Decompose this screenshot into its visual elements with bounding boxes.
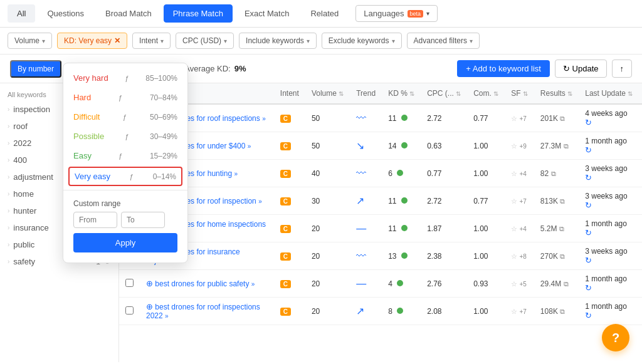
- update-button[interactable]: ↻ Update: [555, 60, 607, 78]
- table-row: ⊕ best drones for insurance adjusters » …: [119, 242, 642, 270]
- refresh-icon[interactable]: ↻: [585, 173, 592, 182]
- apply-button[interactable]: Apply: [73, 233, 177, 252]
- kd-to-input[interactable]: [121, 212, 165, 228]
- refresh-icon[interactable]: ↻: [585, 311, 592, 320]
- table-row: ⊕ best drones for roof inspections » C 5…: [119, 104, 642, 132]
- cpc-cell: 0.63: [421, 132, 467, 160]
- expand-icon[interactable]: »: [258, 198, 262, 205]
- table-area: Keyword ⇅ Intent Volume ⇅ Trend KD % ⇅ C…: [119, 83, 642, 362]
- include-keywords-filter[interactable]: Include keywords ▾: [239, 33, 317, 49]
- volume-cell: 40: [305, 160, 350, 187]
- results-cell: 270K ⧉: [534, 242, 579, 270]
- refresh-icon[interactable]: ↻: [585, 200, 592, 210]
- export-button[interactable]: ↑: [612, 60, 633, 78]
- expand-icon[interactable]: »: [165, 313, 169, 320]
- tab-broad-match[interactable]: Broad Match: [96, 4, 161, 23]
- kd-option-label: Hard: [73, 93, 91, 102]
- kd-option-hard[interactable]: Hard ƒ 70–84%: [63, 88, 187, 107]
- kd-option-possible[interactable]: Possible ƒ 30–49%: [63, 127, 187, 146]
- help-button[interactable]: ?: [602, 324, 629, 351]
- results-column-header[interactable]: Results ⇅: [534, 83, 579, 104]
- cpc-column-header[interactable]: CPC (... ⇅: [421, 83, 467, 104]
- keyword-link[interactable]: best drones for public safety: [155, 279, 249, 288]
- lastupdate-column-header[interactable]: Last Update ⇅: [579, 83, 642, 104]
- kd-from-input[interactable]: [73, 212, 117, 228]
- kd-option-very-easy[interactable]: Very easy ƒ 0–14%: [68, 167, 182, 186]
- sf-plus: +8: [520, 253, 527, 260]
- external-link-icon[interactable]: ⧉: [564, 280, 569, 288]
- kd-option-label: Easy: [73, 151, 92, 160]
- sf-plus: +7: [520, 308, 527, 315]
- kd-cell: 14: [382, 132, 421, 160]
- refresh-icon[interactable]: ↻: [585, 118, 592, 127]
- expand-icon[interactable]: »: [234, 170, 238, 177]
- tab-questions[interactable]: Questions: [38, 4, 93, 23]
- external-link-icon[interactable]: ⧉: [559, 225, 564, 232]
- volume-cell: 20: [305, 242, 350, 270]
- tab-related[interactable]: Related: [301, 4, 348, 23]
- intent-filter[interactable]: Intent ▾: [132, 33, 171, 49]
- expand-icon[interactable]: »: [251, 281, 255, 288]
- keyword-link[interactable]: best drones for roof inspections 2022: [146, 303, 260, 320]
- exclude-keywords-filter[interactable]: Exclude keywords ▾: [322, 33, 402, 49]
- results-value: 270K: [540, 252, 558, 261]
- kd-option-label: Possible: [73, 132, 104, 141]
- volume-column-header[interactable]: Volume ⇅: [305, 83, 350, 104]
- com-column-header[interactable]: Com. ⇅: [467, 83, 505, 104]
- expand-icon[interactable]: »: [248, 143, 251, 150]
- kd-option-easy[interactable]: Easy ƒ 15–29%: [63, 146, 187, 165]
- results-value: 813K: [540, 197, 558, 205]
- cpc-filter[interactable]: CPC (USD) ▾: [176, 33, 234, 49]
- lastupdate-cell: 1 month ago ↻: [579, 298, 642, 325]
- chevron-right-icon: ›: [8, 258, 9, 265]
- kd-cell: 11: [382, 215, 421, 242]
- chevron-right-icon: ›: [8, 207, 9, 214]
- tab-phrase-match[interactable]: Phrase Match: [164, 4, 233, 23]
- add-keyword-icon[interactable]: ⊕: [146, 302, 153, 311]
- kd-filter-close[interactable]: ✕: [114, 36, 120, 45]
- external-link-icon[interactable]: ⧉: [560, 197, 565, 205]
- volume-label: Volume: [14, 36, 39, 45]
- external-link-icon[interactable]: ⧉: [560, 115, 565, 122]
- expand-icon[interactable]: »: [262, 115, 266, 122]
- add-to-keyword-list-button[interactable]: + Add to keyword list: [457, 60, 550, 77]
- refresh-icon[interactable]: ↻: [585, 145, 592, 155]
- tab-all[interactable]: All: [8, 4, 35, 23]
- trend-cell: ↗: [350, 298, 382, 325]
- results-cell: 5.2M ⧉: [534, 215, 579, 242]
- by-number-button[interactable]: By number: [10, 60, 61, 78]
- refresh-icon[interactable]: ↻: [585, 283, 592, 293]
- external-link-icon[interactable]: ⧉: [551, 170, 556, 177]
- intent-cell: C: [274, 187, 305, 215]
- row-checkbox[interactable]: [125, 306, 134, 315]
- refresh-icon[interactable]: ↻: [585, 228, 592, 237]
- tab-exact-match[interactable]: Exact Match: [235, 4, 299, 23]
- intent-cell: C: [274, 215, 305, 242]
- sf-plus: +7: [520, 198, 527, 205]
- results-value: 108K: [540, 307, 558, 316]
- kd-option-very-hard[interactable]: Very hard ƒ 85–100%: [63, 68, 187, 88]
- lastupdate-cell: 3 weeks ago ↻: [579, 160, 642, 187]
- external-link-icon[interactable]: ⧉: [564, 142, 569, 150]
- sf-stars: ☆: [511, 197, 517, 205]
- external-link-icon[interactable]: ⧉: [560, 252, 565, 260]
- kd-filter[interactable]: KD: Very easy ✕: [57, 33, 127, 49]
- advanced-filters[interactable]: Advanced filters ▾: [407, 33, 480, 49]
- row-checkbox-cell: [119, 270, 140, 298]
- lastupdate-cell: 3 weeks ago ↻: [579, 187, 642, 215]
- refresh-icon[interactable]: ↻: [585, 256, 592, 265]
- external-link-icon[interactable]: ⧉: [560, 308, 565, 315]
- row-checkbox[interactable]: [125, 279, 134, 287]
- kd-option-label: Very hard: [73, 73, 108, 83]
- languages-button[interactable]: Languages beta ▾: [355, 5, 438, 22]
- trend-cell: —: [350, 215, 382, 242]
- kd-option-difficult[interactable]: Difficult ƒ 50–69%: [63, 107, 187, 127]
- sort-icon: ⇅: [523, 90, 528, 97]
- include-label: Include keywords: [246, 36, 304, 45]
- add-keyword-icon[interactable]: ⊕: [146, 279, 153, 288]
- sf-stars: ☆: [511, 225, 517, 232]
- sf-column-header[interactable]: SF ⇅: [505, 83, 534, 104]
- kd-column-header[interactable]: KD % ⇅: [382, 83, 421, 104]
- volume-filter[interactable]: Volume ▾: [8, 33, 52, 49]
- results-value: 5.2M: [540, 224, 557, 233]
